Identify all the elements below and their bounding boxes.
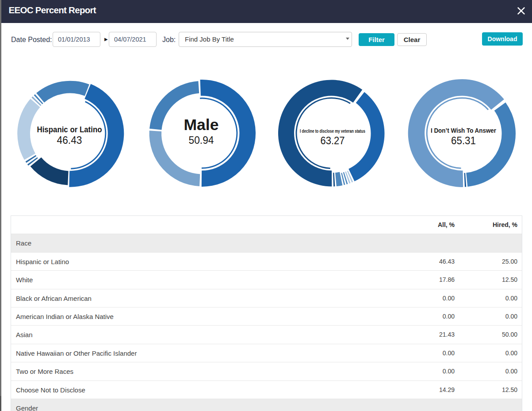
svg-text:Male: Male (184, 116, 219, 133)
svg-text:63.27: 63.27 (321, 135, 345, 146)
svg-text:50.94: 50.94 (189, 134, 214, 146)
svg-text:Hispanic or Latino: Hispanic or Latino (37, 125, 102, 134)
svg-text:46.43: 46.43 (57, 134, 82, 146)
svg-text:65.31: 65.31 (451, 135, 476, 146)
svg-text:I decline to disclose my veter: I decline to disclose my veteran status (300, 128, 365, 134)
svg-text:I Don’t Wish To Answer: I Don’t Wish To Answer (431, 127, 496, 134)
